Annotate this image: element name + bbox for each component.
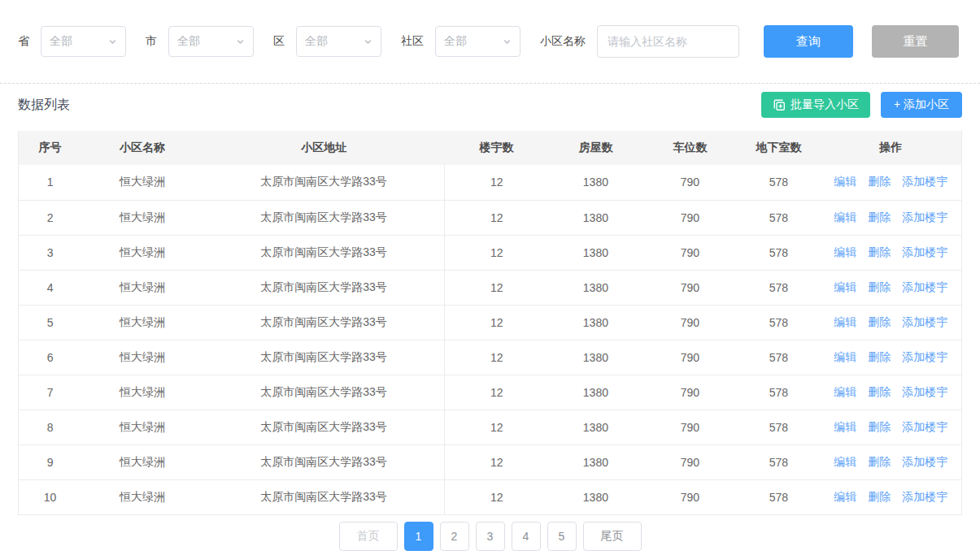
- table-cell: 4: [19, 270, 82, 305]
- delete-link[interactable]: 删除: [868, 280, 891, 293]
- table-cell: 太原市闽南区大学路33号: [203, 200, 445, 235]
- table-cell: 1380: [548, 305, 642, 340]
- add-building-link[interactable]: 添加楼宇: [902, 210, 947, 223]
- search-button[interactable]: 查询: [764, 25, 853, 58]
- reset-button[interactable]: 重置: [872, 25, 959, 58]
- table-cell: 578: [737, 375, 820, 410]
- add-building-link[interactable]: 添加楼宇: [902, 350, 947, 363]
- city-select[interactable]: 全部: [168, 26, 254, 57]
- table-cell: 太原市闽南区大学路33号: [203, 444, 445, 479]
- list-title: 数据列表: [18, 97, 70, 114]
- delete-link[interactable]: 删除: [868, 420, 891, 433]
- page-button-1[interactable]: 1: [404, 522, 433, 551]
- actions-cell: 编辑删除添加楼宇: [820, 270, 961, 305]
- edit-link[interactable]: 编辑: [834, 385, 856, 398]
- delete-link[interactable]: 删除: [868, 175, 891, 188]
- table-cell: 太原市闽南区大学路33号: [203, 305, 445, 340]
- table-cell: 790: [642, 444, 737, 479]
- column-header: 车位数: [642, 131, 737, 165]
- edit-link[interactable]: 编辑: [834, 280, 856, 293]
- edit-link[interactable]: 编辑: [834, 490, 856, 503]
- table-cell: 9: [19, 444, 82, 479]
- table-cell: 5: [19, 305, 82, 340]
- page-button-2[interactable]: 2: [440, 522, 469, 551]
- edit-link[interactable]: 编辑: [834, 175, 856, 188]
- page-button-3[interactable]: 3: [476, 522, 505, 551]
- chevron-down-icon: [108, 37, 117, 46]
- province-select[interactable]: 全部: [41, 26, 126, 57]
- column-header: 操作: [820, 131, 961, 165]
- table-cell: 8: [19, 410, 82, 444]
- edit-link[interactable]: 编辑: [834, 315, 856, 328]
- actions-cell: 编辑删除添加楼宇: [820, 340, 961, 375]
- delete-link[interactable]: 删除: [868, 245, 891, 258]
- table-cell: 恒大绿洲: [81, 410, 203, 444]
- table-cell: 790: [642, 235, 737, 270]
- district-label: 区: [273, 34, 285, 49]
- chevron-down-icon: [364, 37, 372, 46]
- add-building-link[interactable]: 添加楼宇: [902, 490, 947, 503]
- column-header: 房屋数: [548, 131, 642, 165]
- delete-link[interactable]: 删除: [868, 315, 891, 328]
- table-cell: 太原市闽南区大学路33号: [203, 479, 445, 514]
- table-cell: 恒大绿洲: [81, 340, 203, 375]
- batch-import-button[interactable]: 批量导入小区: [761, 92, 870, 118]
- table-cell: 578: [737, 200, 820, 235]
- first-page-button: 首页: [339, 522, 398, 551]
- edit-link[interactable]: 编辑: [834, 210, 856, 223]
- table-cell: 12: [445, 479, 549, 514]
- table-row: 1恒大绿洲太原市闽南区大学路33号121380790578编辑删除添加楼宇: [19, 165, 962, 200]
- actions-cell: 编辑删除添加楼宇: [820, 235, 961, 270]
- table-cell: 1380: [548, 270, 642, 305]
- page-button-5[interactable]: 5: [547, 522, 577, 551]
- table-cell: 1380: [548, 479, 642, 514]
- province-select-value: 全部: [50, 34, 72, 49]
- table-cell: 790: [642, 410, 737, 444]
- add-community-button[interactable]: + 添加小区: [881, 92, 962, 118]
- add-building-link[interactable]: 添加楼宇: [902, 420, 947, 433]
- table-cell: 12: [445, 444, 549, 479]
- add-building-link[interactable]: 添加楼宇: [902, 315, 947, 328]
- table-cell: 578: [737, 305, 820, 340]
- add-building-link[interactable]: 添加楼宇: [902, 455, 947, 468]
- table-cell: 790: [642, 270, 737, 305]
- column-header: 小区名称: [81, 131, 203, 165]
- edit-link[interactable]: 编辑: [834, 455, 856, 468]
- table-cell: 恒大绿洲: [81, 375, 203, 410]
- delete-link[interactable]: 删除: [868, 490, 891, 503]
- table-cell: 790: [642, 165, 737, 200]
- table-row: 7恒大绿洲太原市闽南区大学路33号121380790578编辑删除添加楼宇: [19, 375, 962, 410]
- last-page-button[interactable]: 尾页: [583, 522, 642, 551]
- chevron-down-icon: [503, 37, 512, 46]
- delete-link[interactable]: 删除: [868, 350, 891, 363]
- add-building-link[interactable]: 添加楼宇: [902, 245, 947, 258]
- table-cell: 12: [445, 235, 549, 270]
- edit-link[interactable]: 编辑: [834, 245, 856, 258]
- table-row: 8恒大绿洲太原市闽南区大学路33号121380790578编辑删除添加楼宇: [19, 410, 962, 444]
- column-header: 地下室数: [737, 131, 820, 165]
- table-cell: 7: [19, 375, 82, 410]
- add-building-link[interactable]: 添加楼宇: [902, 385, 947, 398]
- community-select[interactable]: 全部: [435, 26, 520, 57]
- page-button-4[interactable]: 4: [512, 522, 541, 551]
- list-header-buttons: 批量导入小区 + 添加小区: [761, 92, 962, 118]
- table-cell: 12: [445, 305, 549, 340]
- table-cell: 太原市闽南区大学路33号: [203, 235, 445, 270]
- table-cell: 恒大绿洲: [81, 444, 203, 479]
- add-building-link[interactable]: 添加楼宇: [902, 280, 947, 293]
- add-building-link[interactable]: 添加楼宇: [902, 175, 947, 188]
- edit-link[interactable]: 编辑: [834, 420, 856, 433]
- table-cell: 578: [737, 479, 820, 514]
- list-header: 数据列表 批量导入小区 + 添加小区: [18, 92, 962, 118]
- table-cell: 3: [19, 235, 82, 270]
- district-select[interactable]: 全部: [296, 26, 381, 57]
- delete-link[interactable]: 删除: [868, 385, 891, 398]
- community-name-input[interactable]: [597, 25, 739, 58]
- edit-link[interactable]: 编辑: [834, 350, 856, 363]
- table-cell: 578: [737, 444, 820, 479]
- delete-link[interactable]: 删除: [868, 455, 891, 468]
- table-cell: 578: [737, 410, 820, 444]
- delete-link[interactable]: 删除: [868, 210, 891, 223]
- table-cell: 1380: [548, 165, 642, 200]
- copy-plus-icon: [773, 98, 786, 111]
